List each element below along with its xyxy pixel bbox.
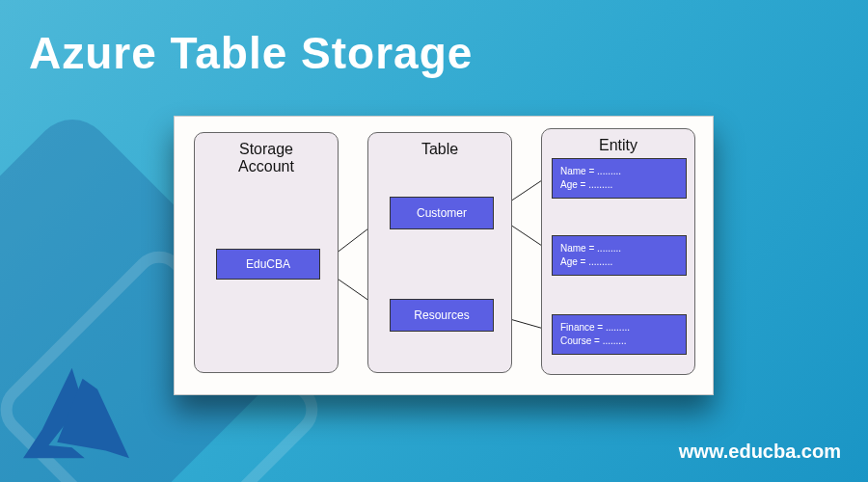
column-storage-account: Storage Account EduCBA <box>194 132 339 373</box>
node-account-educba: EduCBA <box>216 249 320 280</box>
entity-line: Age = ......... <box>560 178 678 192</box>
entity-line: Name = ......... <box>560 242 678 255</box>
column-header-table: Table <box>368 141 511 158</box>
node-entity-1: Name = ......... Age = ......... <box>552 235 687 276</box>
entity-line: Course = ......... <box>560 335 678 348</box>
entity-line: Finance = ......... <box>560 321 678 335</box>
azure-logo-icon <box>23 367 129 459</box>
page-title: Azure Table Storage <box>29 27 473 79</box>
entity-line: Name = ......... <box>560 165 678 178</box>
column-table: Table Customer Resources <box>367 132 512 373</box>
node-table-customer: Customer <box>390 197 494 229</box>
column-entity: Entity Name = ......... Age = ......... … <box>541 128 695 375</box>
diagram-card: Storage Account EduCBA Table Customer Re… <box>174 116 714 395</box>
column-header-entity: Entity <box>542 137 694 154</box>
node-table-resources: Resources <box>390 299 494 332</box>
node-entity-2: Finance = ......... Course = ......... <box>552 314 687 355</box>
website-url: www.educba.com <box>679 441 841 463</box>
column-header-account: Storage Account <box>195 141 338 175</box>
node-entity-0: Name = ......... Age = ......... <box>552 158 687 199</box>
entity-line: Age = ......... <box>560 255 678 269</box>
